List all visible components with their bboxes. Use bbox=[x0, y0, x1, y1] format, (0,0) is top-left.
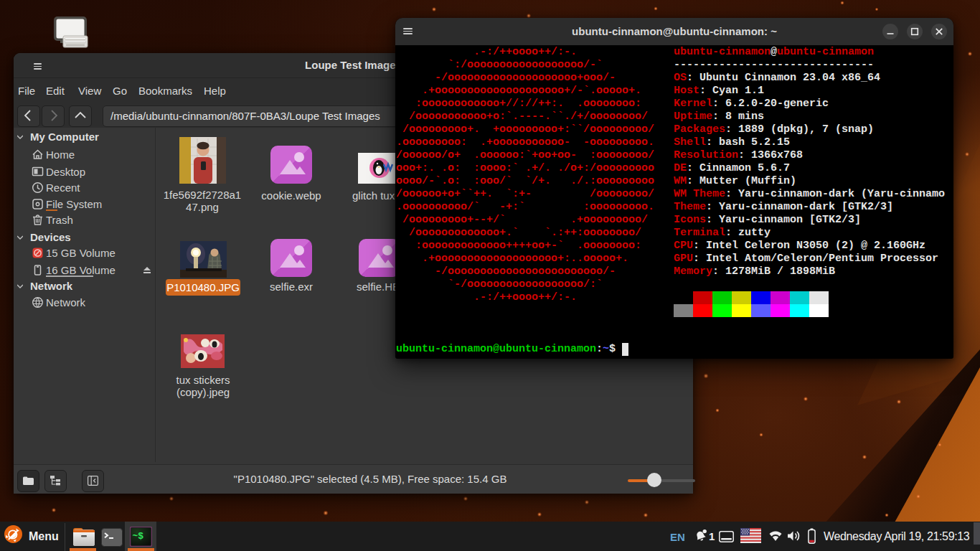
svg-text:~$: ~$ bbox=[133, 531, 144, 542]
